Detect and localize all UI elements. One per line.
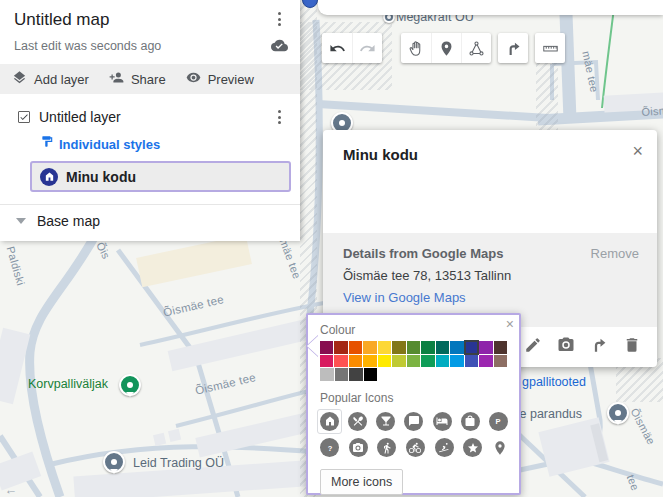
- colour-swatch-039be5[interactable]: [450, 355, 463, 368]
- placemark-name: Minu kodu: [66, 169, 136, 185]
- selected-icon-frame: [317, 409, 342, 434]
- popular-icons-label: Popular Icons: [320, 391, 508, 405]
- undo-button[interactable]: [322, 33, 352, 63]
- poi-marker-leid-trading-o-[interactable]: [103, 451, 125, 473]
- details-heading: Details from Google Maps: [343, 246, 503, 261]
- help-icon[interactable]: ?: [320, 438, 339, 457]
- camera-icon[interactable]: [349, 438, 368, 457]
- colour-swatch-0277bd[interactable]: [450, 341, 463, 354]
- add-directions-button[interactable]: [498, 33, 528, 63]
- share-button[interactable]: Share: [109, 70, 166, 89]
- colour-swatch-000000[interactable]: [364, 368, 378, 381]
- colour-swatch-558b2f[interactable]: [407, 341, 420, 354]
- colour-swatch-00695c[interactable]: [436, 341, 449, 354]
- picker-close-icon[interactable]: ×: [506, 317, 514, 331]
- delete-button[interactable]: [623, 336, 641, 354]
- panel-header: Untitled map Last edit was seconds ago: [0, 0, 300, 54]
- skiing-icon[interactable]: [435, 438, 454, 457]
- map-title[interactable]: Untitled map: [14, 10, 109, 30]
- view-in-google-maps-link[interactable]: View in Google Maps: [343, 290, 466, 305]
- colour-swatch-8d6e63[interactable]: [494, 355, 507, 368]
- poi-marker-site-parandus[interactable]: [607, 402, 629, 424]
- layer-menu-kebab-icon[interactable]: [270, 108, 288, 126]
- add-layer-label: Add layer: [34, 72, 89, 87]
- collapse-triangle-icon[interactable]: [16, 218, 26, 229]
- parking-icon[interactable]: P: [489, 412, 508, 431]
- colour-swatch-9c27b0[interactable]: [479, 355, 492, 368]
- colour-swatch-0b8043[interactable]: [421, 341, 434, 354]
- draw-line-button[interactable]: [461, 33, 491, 63]
- colour-swatch-757575[interactable]: [335, 368, 349, 381]
- colour-swatch-8e24aa[interactable]: [479, 341, 492, 354]
- colour-swatch-7cb342[interactable]: [407, 355, 420, 368]
- edit-button[interactable]: [524, 336, 542, 354]
- colour-swatch-283593[interactable]: [465, 341, 478, 354]
- colour-swatch-00acc1[interactable]: [436, 355, 449, 368]
- placemark-list-item-selected[interactable]: Minu kodu: [30, 161, 291, 192]
- colour-swatch-fdd835[interactable]: [378, 341, 391, 354]
- colour-swatch-a52714[interactable]: [334, 341, 347, 354]
- colour-swatch-ffb300[interactable]: [363, 355, 376, 368]
- colour-swatch-fb8c00[interactable]: [349, 355, 362, 368]
- layer-name[interactable]: Untitled layer: [39, 109, 270, 125]
- shopping-icon[interactable]: [461, 412, 480, 431]
- colour-swatch-bdbdbd[interactable]: [320, 368, 334, 381]
- style-picker-popup: × Colour Popular Icons P? More icons: [306, 313, 521, 495]
- colour-swatch-4e342e[interactable]: [494, 341, 507, 354]
- pin-icon[interactable]: [492, 438, 508, 458]
- colour-swatch-880e4f[interactable]: [320, 341, 333, 354]
- my-maps-window: mäe teeÕismäe teemäe teePaldiskiÕisÕismä…: [0, 0, 663, 497]
- colour-swatch-0f9d58[interactable]: [421, 355, 434, 368]
- poi-label[interactable]: Leid Trading OÜ: [133, 456, 224, 470]
- colour-swatch-424242[interactable]: [349, 368, 363, 381]
- redo-button[interactable]: [352, 33, 382, 63]
- map-menu-kebab-icon[interactable]: [270, 10, 288, 28]
- layer-row: Untitled layer: [18, 108, 288, 126]
- poi-label[interactable]: gpallitooted: [522, 375, 586, 389]
- poi-label[interactable]: Korvpalliväljak: [28, 377, 108, 391]
- add-image-button[interactable]: [557, 336, 575, 354]
- paint-roller-icon: [40, 135, 54, 153]
- individual-styles-link[interactable]: Individual styles: [40, 135, 300, 153]
- speech-bubble-icon[interactable]: [404, 412, 423, 431]
- person-add-icon: [109, 70, 124, 89]
- bar-icon[interactable]: [376, 412, 395, 431]
- add-marker-button[interactable]: [431, 33, 461, 63]
- home-icon[interactable]: [320, 412, 339, 431]
- walking-icon[interactable]: [377, 438, 396, 457]
- layer-visibility-checkbox[interactable]: [18, 111, 30, 123]
- colour-swatch-ffea00[interactable]: [378, 355, 391, 368]
- share-label: Share: [131, 72, 166, 87]
- popup-title: Minu kodu: [343, 146, 418, 163]
- preview-button[interactable]: Preview: [186, 70, 254, 89]
- colour-swatch-f9a825[interactable]: [363, 341, 376, 354]
- pan-button[interactable]: [401, 33, 431, 63]
- eye-icon: [186, 70, 201, 89]
- star-icon[interactable]: [463, 438, 482, 457]
- svg-text:?: ?: [327, 443, 332, 452]
- base-map-row[interactable]: Base map: [0, 205, 300, 229]
- add-layer-button[interactable]: Add layer: [12, 70, 89, 89]
- colour-swatch-827717[interactable]: [392, 341, 405, 354]
- home-marker-icon: [40, 168, 58, 186]
- directions-button[interactable]: [590, 336, 608, 354]
- more-icons-button[interactable]: More icons: [320, 469, 403, 495]
- picker-callout-tail: [296, 335, 319, 357]
- place-address: Õismäe tee 78, 13513 Tallinn: [343, 268, 639, 283]
- colour-swatch-c0ca33[interactable]: [392, 355, 405, 368]
- poi-marker-korvpalliv-ljak[interactable]: [119, 374, 141, 396]
- cycling-icon[interactable]: [406, 438, 425, 457]
- oneway-arrow-icon: ←: [3, 481, 18, 497]
- colour-swatch-ff5252[interactable]: [334, 355, 347, 368]
- colour-swatch-e65100[interactable]: [349, 341, 362, 354]
- colour-swatch-3f51b5[interactable]: [465, 355, 478, 368]
- search-box[interactable]: [318, 0, 663, 15]
- colour-swatch-d81b60[interactable]: [320, 355, 333, 368]
- popup-close-icon[interactable]: ×: [632, 142, 643, 160]
- measure-button[interactable]: [535, 33, 565, 63]
- restaurant-icon[interactable]: [348, 412, 367, 431]
- layers-icon: [12, 70, 27, 89]
- lodging-icon[interactable]: [433, 412, 452, 431]
- base-map-label: Base map: [37, 213, 100, 229]
- remove-details-button[interactable]: Remove: [591, 246, 639, 261]
